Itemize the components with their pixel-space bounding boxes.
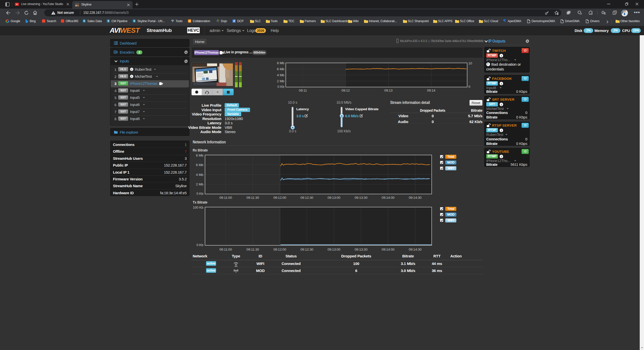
svg-text:WiFi: WiFi: [234, 265, 237, 267]
